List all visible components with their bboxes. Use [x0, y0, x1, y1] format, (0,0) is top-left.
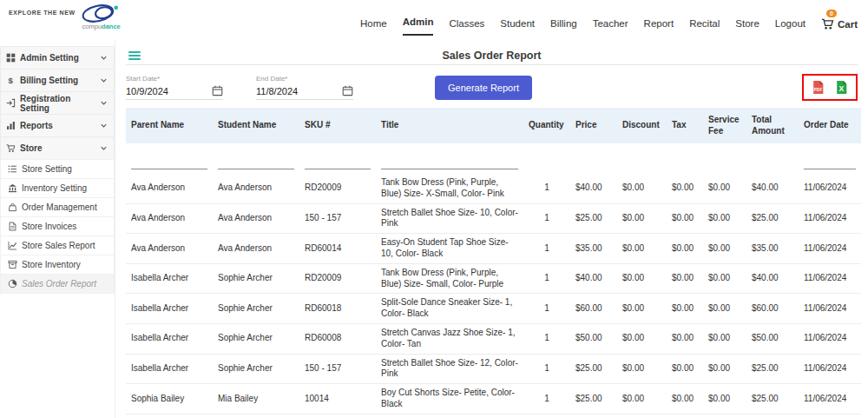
- export-pdf-icon[interactable]: PDF: [811, 79, 825, 96]
- chevron-down-icon: [99, 53, 108, 63]
- column-header-order-date: Order Date: [799, 108, 861, 143]
- sidebar-item-store-invoices[interactable]: Store Invoices: [0, 216, 115, 236]
- export-highlight-box: PDF X: [802, 74, 858, 101]
- cart-icon: [6, 143, 16, 153]
- export-excel-icon[interactable]: X: [834, 79, 849, 96]
- table-row[interactable]: Isabella ArcherSophie Archer150 - 157Str…: [126, 354, 861, 384]
- sidebar-subitem-label: Store Sales Report: [22, 241, 95, 250]
- sidebar-subitem-label: Store Setting: [22, 164, 72, 174]
- sidebar-item-order-management[interactable]: Order Management: [0, 197, 115, 217]
- cell-price: $25.00: [570, 354, 617, 384]
- table-row[interactable]: Sophia BaileyMia Bailey91 | 94Pull-On Ba…: [126, 414, 861, 418]
- cell-tax: $0.00: [667, 174, 703, 203]
- nav-billing[interactable]: Billing: [550, 18, 577, 36]
- nav-student[interactable]: Student: [500, 18, 535, 36]
- filter-input-sku[interactable]: [305, 157, 371, 169]
- sidebar-item-store-sales-report[interactable]: Store Sales Report: [0, 236, 115, 255]
- cell-parent-name: Ava Anderson: [126, 234, 213, 264]
- sidebar-item-billing-setting[interactable]: $Billing Setting: [0, 69, 115, 92]
- cell-price: $40.00: [570, 174, 617, 203]
- box-icon: [8, 260, 17, 269]
- sidebar-item-store-setting[interactable]: Store Setting: [0, 159, 115, 179]
- sidebar-subitem-label: Sales Order Report: [22, 279, 96, 289]
- filter-input-title[interactable]: [381, 157, 518, 169]
- sidebar-item-reports[interactable]: Reports: [0, 114, 115, 137]
- sidebar-item-inventory-setting[interactable]: Inventory Setting: [0, 178, 115, 198]
- table-row[interactable]: Isabella ArcherSophie ArcherRD60018Split…: [126, 294, 861, 324]
- cell-parent-name: Isabella Archer: [126, 323, 213, 354]
- menu-toggle-icon[interactable]: [128, 49, 141, 63]
- filter-input-parent-name[interactable]: [131, 157, 207, 169]
- sidebar-item-store[interactable]: Store: [0, 136, 115, 160]
- nav-classes[interactable]: Classes: [449, 18, 484, 36]
- cell-quantity: 1: [523, 294, 570, 324]
- nav-home[interactable]: Home: [360, 18, 387, 36]
- filter-input-student-name[interactable]: [218, 157, 294, 169]
- sidebar-subitem-label: Store Invoices: [22, 222, 76, 231]
- generate-report-button[interactable]: Generate Report: [435, 76, 532, 100]
- top-nav: HomeAdminClassesStudentBillingTeacherRep…: [360, 3, 858, 36]
- filter-input-order-date[interactable]: [804, 157, 856, 169]
- column-header-quantity: Quantity: [523, 108, 570, 143]
- nav-store[interactable]: Store: [735, 18, 760, 36]
- cell-price: $50.00: [570, 323, 617, 354]
- svg-text:$: $: [8, 76, 13, 85]
- column-header-sku: SKU #: [299, 108, 376, 143]
- pie-chart-icon: [8, 279, 17, 289]
- nav-recital[interactable]: Recital: [689, 18, 720, 36]
- calendar-icon[interactable]: [212, 85, 223, 96]
- sidebar-item-registration-setting[interactable]: Registration Setting: [0, 91, 115, 115]
- dollar-icon: $: [6, 76, 16, 85]
- column-header-total-amount: Total Amount: [746, 108, 799, 143]
- cell-service-fee: $0.00: [703, 203, 746, 234]
- bag-icon: [8, 202, 17, 212]
- cell-quantity: 1: [523, 414, 570, 418]
- sidebar-item-sales-order-report[interactable]: Sales Order Report: [0, 274, 115, 294]
- nav-cart[interactable]: 0 Cart: [821, 17, 858, 36]
- cell-service-fee: $0.00: [703, 323, 746, 354]
- cell-sku: 150 - 157: [299, 354, 376, 384]
- cell-discount: $0.00: [617, 174, 667, 203]
- cell-total-amount: $25.00: [746, 354, 799, 384]
- logo[interactable]: EXPLORE THE NEW compudance: [9, 3, 123, 30]
- table-row[interactable]: Ava AndersonAva Anderson150 - 157Stretch…: [126, 203, 861, 234]
- end-date-field[interactable]: End Date* 11/8/2024: [256, 75, 353, 100]
- sidebar-subitem-label: Order Management: [22, 202, 97, 212]
- filter-cell-3: [376, 143, 523, 174]
- end-date-value: 11/8/2024: [256, 86, 298, 96]
- nav-logout[interactable]: Logout: [775, 18, 806, 36]
- cell-service-fee: $0.00: [703, 234, 746, 264]
- table-row[interactable]: Isabella ArcherSophie ArcherRD60008Stret…: [126, 323, 861, 354]
- nav-teacher[interactable]: Teacher: [593, 18, 628, 36]
- table-row[interactable]: Sophia BaileyMia Bailey10014Boy Cut Shor…: [126, 384, 861, 415]
- sidebar-item-label: Reports: [20, 121, 53, 130]
- cell-order-date: 11/06/2024: [799, 294, 861, 324]
- cell-service-fee: $0.00: [703, 414, 746, 418]
- sidebar-item-admin-setting[interactable]: Admin Setting: [0, 46, 115, 70]
- calendar-icon[interactable]: [342, 85, 353, 96]
- nav-admin[interactable]: Admin: [403, 17, 434, 36]
- nav-report[interactable]: Report: [644, 18, 674, 36]
- cell-total-amount: $20.00: [746, 414, 799, 418]
- cell-tax: $0.00: [667, 203, 703, 234]
- cell-parent-name: Isabella Archer: [126, 263, 213, 294]
- svg-text:PDF: PDF: [814, 88, 823, 92]
- cell-student-name: Ava Anderson: [213, 203, 299, 234]
- grid-icon: [6, 53, 16, 63]
- cell-tax: $0.00: [667, 384, 703, 415]
- start-date-field[interactable]: Start Date* 10/9/2024: [126, 75, 223, 100]
- cell-quantity: 1: [523, 384, 570, 415]
- cell-order-date: 11/06/2024: [799, 203, 861, 234]
- cell-total-amount: $60.00: [746, 294, 799, 324]
- cell-discount: $0.00: [617, 384, 667, 415]
- cell-quantity: 1: [523, 234, 570, 264]
- table-row[interactable]: Isabella ArcherSophie ArcherRD20009Tank …: [126, 263, 861, 294]
- table-row[interactable]: Ava AndersonAva AndersonRD60014Easy-On S…: [126, 234, 861, 264]
- sidebar-item-store-inventory[interactable]: Store Inventory: [0, 255, 115, 275]
- sidebar-menu: Admin Setting$Billing SettingRegistratio…: [0, 40, 115, 418]
- filter-cell-4: [523, 143, 570, 174]
- table-row[interactable]: Ava AndersonAva AndersonRD20009Tank Bow …: [126, 174, 861, 203]
- chevron-down-icon: [99, 76, 108, 85]
- cell-discount: $0.00: [617, 234, 667, 264]
- sidebar-subitem-label: Inventory Setting: [22, 183, 87, 193]
